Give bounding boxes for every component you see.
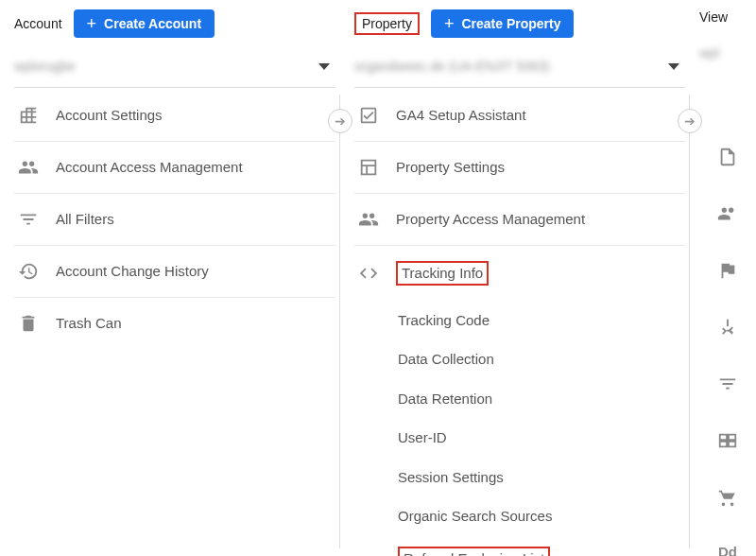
account-access-item[interactable]: Account Access Management: [14, 142, 335, 194]
all-filters-item[interactable]: All Filters: [14, 194, 335, 246]
plus-icon: +: [87, 15, 97, 32]
checkbox-icon: [358, 105, 379, 126]
expand-arrow-icon[interactable]: ➔: [328, 109, 352, 133]
divider: [339, 95, 340, 548]
chevron-down-icon: [668, 63, 679, 70]
tracking-info-item[interactable]: Tracking Info: [354, 246, 685, 301]
people-icon: [358, 209, 379, 230]
flag-icon[interactable]: [717, 260, 738, 281]
filter-icon[interactable]: [717, 374, 738, 394]
user-id-item[interactable]: User-ID: [394, 418, 685, 458]
organic-search-item[interactable]: Organic Search Sources: [394, 496, 685, 536]
referral-exclusion-item[interactable]: Referral Exclusion List: [394, 536, 685, 557]
ga4-setup-item[interactable]: GA4 Setup Assistant: [354, 90, 685, 142]
filter-icon: [18, 209, 39, 230]
dd-icon[interactable]: Dd: [718, 544, 737, 556]
plus-icon: +: [444, 15, 455, 32]
data-collection-item[interactable]: Data Collection: [394, 339, 685, 379]
account-settings-item[interactable]: Account Settings: [14, 90, 335, 142]
page-icon[interactable]: [717, 147, 738, 167]
merge-icon[interactable]: [717, 317, 738, 338]
session-settings-item[interactable]: Session Settings: [394, 458, 685, 497]
property-access-item[interactable]: Property Access Management: [354, 194, 685, 246]
property-menu: GA4 Setup Assistant Property Settings Pr…: [354, 90, 685, 556]
code-icon: [358, 263, 379, 284]
view-selector[interactable]: wpl: [699, 42, 756, 74]
trash-can-item[interactable]: Trash Can: [14, 298, 335, 349]
trash-icon: [18, 313, 39, 334]
property-settings-item[interactable]: Property Settings: [354, 142, 685, 194]
create-account-button[interactable]: + Create Account: [74, 9, 215, 38]
people-icon[interactable]: [717, 203, 738, 224]
property-label: Property: [354, 12, 420, 35]
chevron-down-icon: [318, 63, 330, 70]
tracking-info-submenu: Tracking Code Data Collection Data Reten…: [354, 301, 685, 557]
view-column: View wpl Dd: [695, 0, 756, 556]
layout-icon: [358, 157, 379, 178]
cart-icon[interactable]: [717, 487, 738, 508]
building-icon: [18, 105, 39, 126]
property-column: Property + Create Property organdweec.de…: [345, 0, 695, 556]
people-icon: [18, 157, 39, 178]
data-retention-item[interactable]: Data Retention: [394, 379, 685, 419]
account-column: Account + Create Account wplorugbe Accou…: [0, 0, 345, 556]
channels-icon[interactable]: [717, 430, 738, 451]
divider: [689, 95, 690, 548]
create-property-button[interactable]: + Create Property: [431, 9, 575, 38]
property-selector[interactable]: organdweec.de (UA-ENJIT 5063): [354, 55, 685, 88]
expand-arrow-icon[interactable]: ➔: [678, 109, 702, 133]
view-header: View: [699, 9, 756, 25]
account-menu: Account Settings Account Access Manageme…: [14, 90, 335, 349]
account-header: Account + Create Account: [14, 9, 335, 38]
account-label: Account: [14, 16, 62, 31]
history-icon: [18, 261, 39, 282]
property-header: Property + Create Property: [354, 9, 685, 38]
change-history-item[interactable]: Account Change History: [14, 246, 335, 298]
view-menu-icons: Dd: [699, 76, 756, 556]
view-label: View: [699, 9, 728, 25]
tracking-code-item[interactable]: Tracking Code: [394, 301, 685, 340]
account-selector[interactable]: wplorugbe: [14, 55, 335, 88]
